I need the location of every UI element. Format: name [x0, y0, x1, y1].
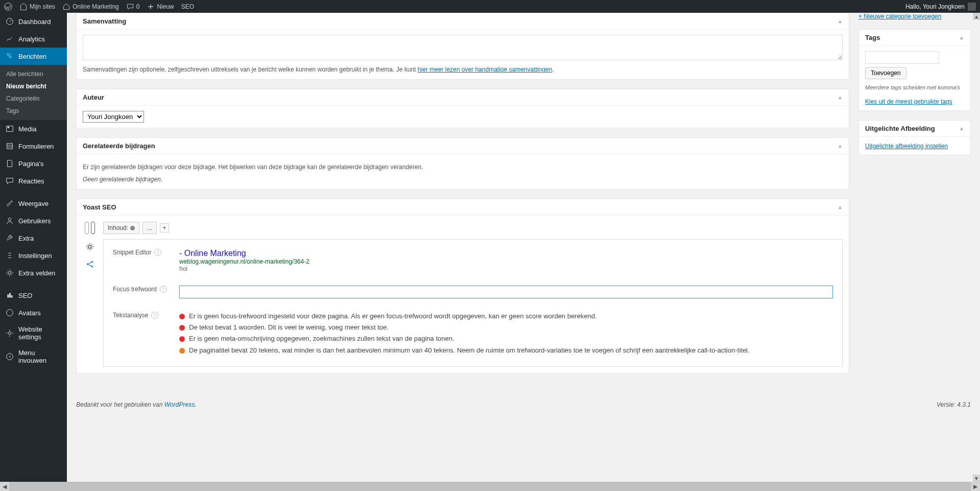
- sidebar-sub-categories[interactable]: Categorieën: [0, 92, 67, 105]
- admin-sidebar: Dashboard Analytics Berichten Alle beric…: [0, 13, 67, 411]
- svg-point-8: [88, 245, 91, 248]
- analysis-item: De tekst bevat 1 woorden. Dit is veel te…: [179, 323, 833, 332]
- score-dot-icon: [130, 226, 135, 230]
- score-dot-icon: [179, 348, 185, 354]
- sidebar-label: Website settings: [18, 325, 62, 341]
- my-sites[interactable]: Mijn sites: [19, 3, 55, 11]
- sidebar-item-collapse[interactable]: Menu invouwen: [0, 345, 67, 368]
- site-name-label: Online Marketing: [73, 3, 119, 10]
- sidebar-item-settings[interactable]: Instellingen: [0, 247, 67, 264]
- comments-indicator[interactable]: 0: [126, 3, 140, 11]
- score-dot-icon: [179, 336, 185, 342]
- traffic-light-icon[interactable]: [91, 222, 95, 234]
- sidebar-item-users[interactable]: Gebruikers: [0, 212, 67, 229]
- sidebar-sub-new-post[interactable]: Nieuw bericht: [0, 80, 67, 92]
- summary-help-link[interactable]: hier meer lezen over handmatige samenvat…: [418, 66, 552, 73]
- sidebar-item-website-settings[interactable]: Website settings: [0, 321, 67, 345]
- toggle-icon[interactable]: ▲: [838, 95, 843, 100]
- sidebar-item-media[interactable]: Media: [0, 120, 67, 137]
- tags-title: Tags: [865, 34, 880, 41]
- avatar[interactable]: [968, 3, 976, 11]
- sidebar-item-appearance[interactable]: Weergave: [0, 195, 67, 212]
- new-label: Nieuw: [157, 3, 174, 10]
- help-icon[interactable]: ?: [151, 312, 158, 319]
- topbar-seo[interactable]: SEO: [181, 3, 194, 10]
- help-icon[interactable]: ?: [160, 286, 167, 293]
- sidebar-sub-all-posts[interactable]: Alle berichten: [0, 68, 67, 80]
- svg-point-5: [7, 310, 13, 316]
- sidebar-item-forms[interactable]: Formulieren: [0, 137, 67, 155]
- traffic-light-icon[interactable]: [85, 222, 89, 234]
- sidebar-label: Weergave: [18, 200, 49, 207]
- new-content[interactable]: Nieuw: [147, 3, 174, 11]
- toggle-icon[interactable]: ▲: [959, 126, 964, 131]
- add-tag-button[interactable]: Toevoegen: [865, 67, 906, 79]
- admin-topbar: Mijn sites Online Marketing 0 Nieuw SEO …: [0, 0, 980, 13]
- yoast-tab-label: Inhoud:: [108, 224, 128, 231]
- sidebar-label: Extra velden: [18, 269, 55, 277]
- snippet-preview[interactable]: - Online Marketing weblog.wageningenur.n…: [179, 249, 833, 272]
- share-icon[interactable]: [85, 260, 94, 269]
- sidebar-item-analytics[interactable]: Analytics: [0, 30, 67, 48]
- footer-thanks: Bedankt voor het gebruiken van: [76, 401, 164, 408]
- sidebar-item-seo[interactable]: SEO: [0, 287, 67, 304]
- gear-icon[interactable]: [85, 242, 94, 251]
- footer-wordpress-link[interactable]: WordPress: [164, 401, 195, 408]
- toggle-icon[interactable]: ▲: [838, 18, 843, 24]
- sidebar-posts-submenu: Alle berichten Nieuw bericht Categorieën…: [0, 65, 67, 120]
- sidebar-label: Dashboard: [18, 18, 51, 26]
- yoast-more-tab[interactable]: ...: [142, 222, 157, 234]
- svg-point-3: [8, 218, 11, 221]
- vertical-scrollbar[interactable]: ▲ ▼: [973, 13, 980, 411]
- analysis-text: Er is geen meta-omschrijving opgegeven, …: [189, 334, 455, 343]
- summary-textarea[interactable]: [83, 35, 843, 60]
- scroll-up-icon[interactable]: ▲: [973, 13, 980, 20]
- featured-image-title: Uitgelichte Afbeelding: [865, 125, 935, 132]
- sidebar-label: Menu invouwen: [18, 349, 62, 364]
- tags-input[interactable]: [865, 51, 939, 64]
- sidebar-label: Analytics: [18, 35, 45, 43]
- toggle-icon[interactable]: ▲: [838, 204, 843, 210]
- sidebar-label: Formulieren: [18, 143, 54, 150]
- svg-point-6: [8, 332, 11, 334]
- my-sites-label: Mijn sites: [30, 3, 55, 10]
- sidebar-item-dashboard[interactable]: Dashboard: [0, 13, 67, 30]
- wp-logo[interactable]: [4, 3, 12, 11]
- svg-point-4: [8, 271, 11, 274]
- sidebar-label: Instellingen: [18, 252, 52, 260]
- svg-point-10: [91, 261, 93, 263]
- analysis-list: Er is geen focus-trefwoord ingesteld voo…: [179, 312, 833, 355]
- svg-point-11: [91, 266, 93, 268]
- tags-help-text: Meerdere tags scheiden met komma's: [865, 84, 964, 90]
- score-dot-icon: [179, 325, 185, 331]
- set-featured-image-link[interactable]: Uitgelichte afbeelding instellen: [865, 143, 948, 150]
- sidebar-item-pages[interactable]: Pagina's: [0, 155, 67, 172]
- sidebar-label: Media: [18, 125, 36, 133]
- toggle-icon[interactable]: ▲: [838, 143, 843, 149]
- popular-tags-link[interactable]: Kies uit de meest gebruikte tags: [865, 98, 952, 105]
- author-metabox: Auteur ▲ Youri Jongkoen: [76, 89, 849, 128]
- toggle-icon[interactable]: ▲: [959, 35, 964, 40]
- analysis-text: De paginatitel bevat 20 tekens, wat mind…: [189, 346, 750, 355]
- sidebar-item-extra-fields[interactable]: Extra velden: [0, 264, 67, 282]
- snippet-url: weblog.wageningenur.nl/online-marketing/…: [179, 258, 833, 265]
- site-name[interactable]: Online Marketing: [62, 3, 119, 11]
- snippet-editor-label: Snippet Editor: [113, 249, 151, 256]
- sidebar-label: Extra: [18, 235, 34, 242]
- sidebar-label: Berichten: [18, 53, 46, 60]
- author-select[interactable]: Youri Jongkoen: [83, 111, 144, 123]
- sidebar-sub-tags[interactable]: Tags: [0, 105, 67, 117]
- yoast-add-tab[interactable]: +: [160, 223, 169, 232]
- sidebar-item-comments[interactable]: Reacties: [0, 172, 67, 190]
- sidebar-item-avatars[interactable]: Avatars: [0, 304, 67, 321]
- related-metabox: Gerelateerde bijdragen ▲ Er zijn gerelat…: [76, 137, 849, 190]
- help-icon[interactable]: ?: [154, 249, 161, 256]
- user-greeting[interactable]: Hallo, Youri Jongkoen: [905, 3, 965, 10]
- focus-keyword-input[interactable]: [179, 286, 833, 298]
- add-new-category-link[interactable]: + Nieuwe categorie toevoegen: [858, 13, 971, 20]
- sidebar-item-tools[interactable]: Extra: [0, 229, 67, 247]
- related-title: Gerelateerde bijdragen: [83, 142, 155, 150]
- analysis-item: Er is geen meta-omschrijving opgegeven, …: [179, 334, 833, 343]
- yoast-content-tab[interactable]: Inhoud:: [103, 222, 139, 234]
- sidebar-item-posts[interactable]: Berichten: [0, 48, 67, 65]
